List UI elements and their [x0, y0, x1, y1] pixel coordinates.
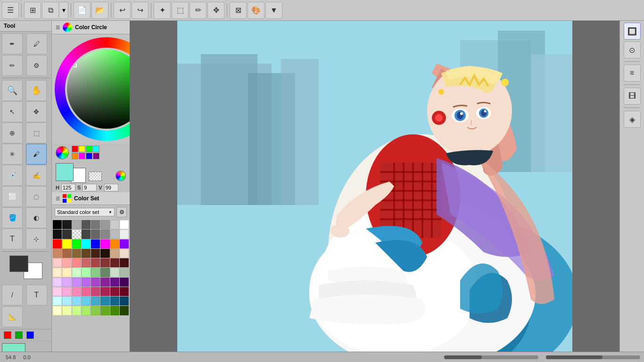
saturation-area[interactable]: [67, 49, 130, 129]
color-swatch[interactable]: [110, 278, 119, 287]
color-swatch[interactable]: [72, 278, 81, 287]
s-input[interactable]: [83, 184, 97, 191]
v-input[interactable]: [104, 184, 118, 191]
rotate-icon[interactable]: [116, 171, 126, 181]
color-swatch[interactable]: [91, 220, 100, 229]
new-file-btn[interactable]: 📄: [74, 2, 91, 19]
cursor-tool-btn[interactable]: ↖: [2, 101, 23, 122]
current-fg-color[interactable]: [56, 163, 74, 181]
blend-tool-btn[interactable]: ◌: [26, 186, 47, 207]
move3-tool-btn[interactable]: ⊹: [26, 229, 47, 249]
color-swatch[interactable]: [91, 230, 100, 239]
green-color-swatch[interactable]: [15, 331, 23, 339]
color-swatch[interactable]: [53, 268, 62, 277]
active-brush-btn[interactable]: 🖌: [26, 144, 47, 165]
pen-settings-btn[interactable]: ✏: [190, 2, 206, 19]
color-swatch[interactable]: [62, 296, 71, 305]
gradient-tool-btn[interactable]: ◐: [26, 207, 47, 228]
more-btn[interactable]: ▼: [265, 2, 282, 19]
h-input[interactable]: [61, 184, 75, 191]
color-swatch[interactable]: [72, 296, 81, 305]
color-swatch[interactable]: [82, 230, 91, 239]
color-swatch[interactable]: [100, 268, 109, 277]
set-settings-btn[interactable]: ⚙: [116, 207, 127, 217]
scroll-bar[interactable]: [546, 355, 640, 359]
fill-tool-btn[interactable]: 🪣: [2, 207, 23, 228]
color-swatch[interactable]: [120, 268, 129, 277]
color-grid-container[interactable]: [52, 219, 130, 352]
blue-color-swatch[interactable]: [26, 331, 34, 339]
color-swatch[interactable]: [120, 220, 129, 229]
color-swatch[interactable]: [120, 258, 129, 267]
grid-view-btn[interactable]: ⊞: [24, 2, 41, 19]
eyedrop-tool-btn[interactable]: 💉: [2, 165, 23, 186]
color-swatch[interactable]: [110, 230, 119, 239]
color-swatch[interactable]: [82, 268, 91, 277]
color-swatch[interactable]: [62, 268, 71, 277]
ink-tool-btn[interactable]: 🖊: [26, 33, 47, 54]
swatch-green[interactable]: [86, 146, 92, 152]
color-swatch[interactable]: [53, 296, 62, 305]
color-swatch[interactable]: [62, 230, 71, 239]
color-swatch[interactable]: [91, 296, 100, 305]
color-swatch[interactable]: [53, 220, 62, 229]
color-swatch[interactable]: [72, 230, 81, 239]
color-swatch[interactable]: [120, 278, 129, 287]
swatch-purple[interactable]: [93, 153, 99, 159]
swatch-orange[interactable]: [72, 153, 78, 159]
color-swatch[interactable]: [53, 278, 62, 287]
color-swatch[interactable]: [91, 249, 100, 258]
navigator-panel-btn[interactable]: ◈: [624, 111, 641, 128]
color-swatch[interactable]: [91, 306, 100, 315]
color-swatch[interactable]: [110, 249, 119, 258]
fg-bg-color-area[interactable]: [9, 255, 42, 279]
color-swatch[interactable]: [110, 306, 119, 315]
hand-tool-btn[interactable]: ✋: [26, 80, 47, 101]
color-swatch[interactable]: [100, 239, 109, 248]
swatch-red[interactable]: [72, 146, 78, 152]
color-swatch[interactable]: [53, 306, 62, 315]
open-file-btn[interactable]: 📂: [91, 2, 108, 19]
color-swatch[interactable]: [110, 287, 119, 296]
color-swatch[interactable]: [100, 278, 109, 287]
color-swatch[interactable]: [91, 278, 100, 287]
color-swatch[interactable]: [120, 296, 129, 305]
color-swatch[interactable]: [72, 268, 81, 277]
swatch-cyan[interactable]: [93, 146, 99, 152]
color-swatch[interactable]: [62, 249, 71, 258]
color-swatch[interactable]: [72, 220, 81, 229]
undo-btn[interactable]: ↩: [114, 2, 131, 19]
color-swatch[interactable]: [62, 306, 71, 315]
zoom-tool-btn[interactable]: 🔍: [2, 80, 23, 101]
color-swatch[interactable]: [100, 306, 109, 315]
color-history-panel-btn[interactable]: ⊙: [624, 41, 641, 58]
color-swatch[interactable]: [82, 287, 91, 296]
color-swatch[interactable]: [62, 287, 71, 296]
color-swatch[interactable]: [110, 220, 119, 229]
color-swatch[interactable]: [100, 220, 109, 229]
color-swatch[interactable]: [82, 249, 91, 258]
text-tool-btn[interactable]: T: [2, 229, 23, 249]
color-swatch[interactable]: [110, 296, 119, 305]
transform-tool-btn[interactable]: ✥: [26, 101, 47, 122]
color-swatch[interactable]: [120, 249, 129, 258]
color-swatch[interactable]: [53, 249, 62, 258]
color-swatch[interactable]: [72, 239, 81, 248]
color-swatch[interactable]: [110, 268, 119, 277]
line-tool-btn[interactable]: /: [2, 285, 23, 305]
color-swatch[interactable]: [100, 258, 109, 267]
layers-panel-btn[interactable]: ≡: [624, 65, 641, 82]
color-swatch[interactable]: [91, 287, 100, 296]
menu-icon[interactable]: ☰: [2, 2, 19, 19]
eraser-tool-btn[interactable]: ⬜: [2, 186, 23, 207]
star-tool-btn[interactable]: ✳: [2, 144, 23, 165]
properties-panel-btn[interactable]: 🔲: [624, 23, 641, 40]
color-swatch[interactable]: [100, 249, 109, 258]
color-swatch[interactable]: [91, 268, 100, 277]
lasso-tool-btn[interactable]: ⊕: [2, 123, 23, 143]
color-swatch[interactable]: [72, 287, 81, 296]
color-swatch[interactable]: [100, 296, 109, 305]
ruler-tool-btn[interactable]: 📐: [2, 306, 23, 327]
color-swatch[interactable]: [53, 239, 62, 248]
pen-tool-btn[interactable]: ✍: [26, 165, 47, 186]
